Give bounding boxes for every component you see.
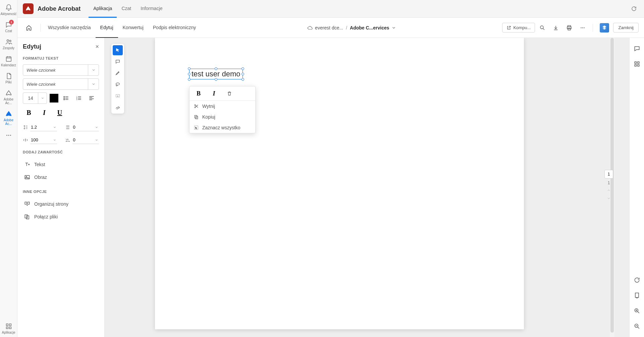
selected-text-box[interactable]: test user demo	[189, 69, 243, 79]
tab-chat[interactable]: Czat	[117, 0, 136, 18]
chevron-down-icon	[391, 25, 396, 30]
textbox-tool[interactable]: A	[113, 91, 123, 101]
svg-point-5	[10, 135, 11, 136]
svg-rect-27	[25, 202, 26, 204]
print-button[interactable]	[563, 22, 575, 34]
ctx-cut[interactable]: Wytnij	[190, 101, 255, 112]
chevron-down-icon	[607, 196, 611, 200]
resize-handle[interactable]	[241, 67, 244, 70]
resize-handle[interactable]	[188, 73, 191, 75]
nav-edit[interactable]: Edytuj	[96, 18, 118, 38]
highlight-tool[interactable]	[113, 68, 123, 78]
zoom-out-button[interactable]	[632, 322, 642, 331]
page-prev-button[interactable]	[605, 187, 613, 193]
zoom-in-button[interactable]	[632, 306, 642, 316]
main-area: Adobe Acrobat Aplikacja Czat Informacje …	[17, 0, 644, 337]
rail-more[interactable]	[0, 131, 17, 140]
resize-handle[interactable]	[215, 78, 217, 81]
resize-handle[interactable]	[188, 67, 191, 70]
underline-button[interactable]: U	[55, 108, 64, 117]
line-height-input[interactable]: 1.2	[30, 123, 57, 131]
horizontal-scale-icon: T	[23, 137, 28, 143]
rail-acrobat-2[interactable]: Adobe Ac...	[0, 110, 17, 126]
tab-application[interactable]: Aplikacja	[89, 0, 117, 18]
page-number-input[interactable]: 1	[604, 170, 613, 179]
font-family-dropdown[interactable]: Wiele czcionek	[23, 64, 99, 76]
crumb-cloud[interactable]: everest dce...	[307, 25, 343, 31]
acrobat-logo-icon	[25, 5, 32, 12]
panel-close-button[interactable]: ×	[95, 43, 99, 50]
combine-files-button[interactable]: Połącz pliki	[23, 210, 99, 223]
eraser-icon	[115, 105, 120, 110]
align-button[interactable]	[87, 93, 97, 103]
rail-activity[interactable]: Aktywność	[0, 3, 17, 16]
numbered-list-button[interactable]: 123	[74, 93, 84, 103]
ctx-copy[interactable]: Kopiuj	[190, 112, 255, 122]
rail-files[interactable]: Pliki	[0, 72, 17, 85]
select-tool[interactable]	[113, 45, 123, 55]
page-fit-button[interactable]	[632, 291, 642, 300]
rail-teams[interactable]: Zespoły	[0, 38, 17, 51]
bold-button[interactable]: B	[24, 108, 34, 117]
organize-pages-button[interactable]: Organizuj strony	[23, 198, 99, 210]
add-text-button[interactable]: Tekst	[23, 158, 99, 171]
crumb-document[interactable]: Adobe C...ervices	[350, 25, 396, 30]
text-content[interactable]: test user demo	[192, 70, 240, 78]
external-icon	[506, 25, 511, 30]
pdf-page[interactable]: test user demo B I	[155, 38, 524, 329]
paragraph-spacing-icon	[65, 125, 70, 130]
rotate-button[interactable]	[632, 275, 642, 285]
resize-handle[interactable]	[241, 73, 244, 75]
thumbnails-button[interactable]	[632, 59, 642, 69]
resize-handle[interactable]	[188, 78, 191, 81]
canvas-area[interactable]: A test user demo B	[105, 38, 629, 337]
avatar-icon	[601, 25, 607, 31]
font-color-swatch[interactable]	[50, 94, 58, 103]
acrobat-icon	[5, 110, 12, 118]
nav-all-tools[interactable]: Wszystkie narzędzia	[43, 18, 96, 38]
open-computer-button[interactable]: Kompu...	[502, 23, 535, 32]
tab-info[interactable]: Informacje	[136, 0, 167, 18]
comments-panel-button[interactable]	[632, 44, 642, 53]
bullet-list-button[interactable]	[61, 93, 71, 103]
lasso-icon	[115, 82, 120, 87]
rail-calendar[interactable]: Kalendarz	[0, 55, 17, 68]
draw-tool[interactable]	[113, 79, 123, 89]
download-button[interactable]	[550, 22, 562, 34]
svg-rect-8	[6, 327, 8, 329]
close-button[interactable]: Zamknij	[613, 23, 639, 32]
resize-handle[interactable]	[215, 67, 217, 70]
ctx-italic-button[interactable]: I	[206, 88, 222, 99]
svg-rect-7	[9, 324, 11, 326]
text-select-icon: A	[115, 93, 120, 98]
rail-apps[interactable]: Aplikacje	[0, 322, 17, 335]
comment-tool[interactable]	[113, 57, 123, 67]
ctx-select-all[interactable]: Zaznacz wszystko	[190, 122, 255, 133]
erase-tool[interactable]	[113, 102, 123, 112]
italic-button[interactable]: I	[40, 108, 49, 117]
add-image-button[interactable]: Obraz	[23, 171, 99, 184]
font-style-dropdown[interactable]: Wiele czcionek	[23, 78, 99, 90]
tracking-input[interactable]: 0	[72, 136, 99, 144]
home-button[interactable]	[23, 22, 35, 34]
more-icon	[5, 132, 12, 139]
refresh-button[interactable]	[629, 4, 639, 13]
ctx-delete-button[interactable]	[222, 88, 237, 99]
char-scale-input[interactable]: 100	[30, 136, 57, 144]
ctx-bold-button[interactable]: B	[191, 88, 206, 99]
search-button[interactable]	[536, 22, 548, 34]
rail-acrobat-1[interactable]: Adobe Ac...	[0, 89, 17, 106]
user-avatar[interactable]	[600, 23, 609, 32]
page-next-button[interactable]	[605, 195, 613, 201]
svg-point-0	[7, 40, 9, 42]
svg-rect-37	[196, 116, 198, 119]
more-button[interactable]	[577, 22, 589, 34]
font-size-input[interactable]: 14	[23, 92, 47, 104]
chevron-up-icon	[607, 188, 611, 192]
bell-icon	[5, 4, 12, 11]
nav-esign[interactable]: Podpis elektroniczny	[148, 18, 201, 38]
paragraph-spacing-input[interactable]: 0	[72, 123, 99, 131]
nav-convert[interactable]: Konwertuj	[118, 18, 148, 38]
resize-handle[interactable]	[241, 78, 244, 81]
rail-chat[interactable]: 1 Czat	[0, 20, 17, 33]
